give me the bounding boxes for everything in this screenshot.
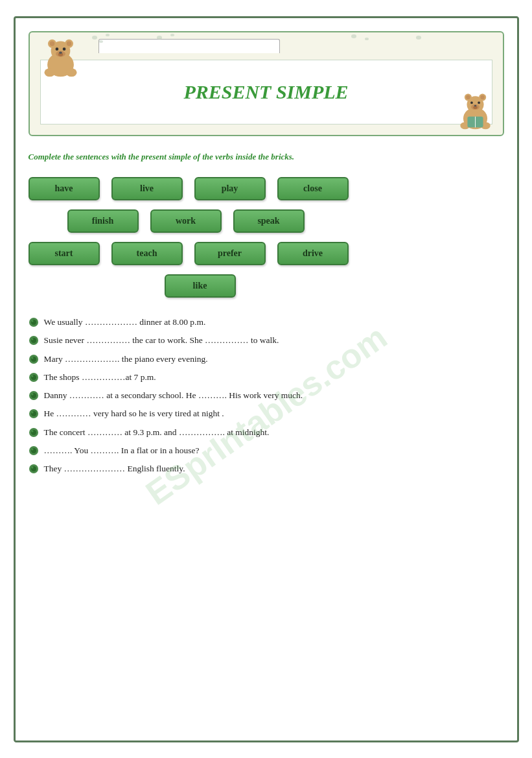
svg-point-7 <box>55 47 58 51</box>
svg-point-10 <box>59 51 62 53</box>
sentence-item-9: They ………………… English fluently. <box>29 462 504 475</box>
sentence-text-9: They ………………… English fluently. <box>44 462 504 475</box>
page: ESprIntables.com <box>14 16 519 742</box>
verb-brick-play[interactable]: play <box>194 177 266 200</box>
svg-point-50 <box>31 394 33 396</box>
svg-point-12 <box>65 68 76 77</box>
bullet-icon-7 <box>29 427 39 438</box>
svg-point-3 <box>49 41 54 45</box>
brick-row-2: finish work speak <box>29 209 504 233</box>
sentence-text-4: The shops ……………at 7 p.m. <box>44 371 504 384</box>
svg-point-18 <box>480 95 485 99</box>
sentence-item-5: Danny ………… at a secondary school. He ………… <box>29 389 504 402</box>
verb-brick-drive[interactable]: drive <box>277 242 349 265</box>
verb-brick-teach[interactable]: teach <box>111 242 183 265</box>
bear-bottom-right-decoration <box>454 89 496 132</box>
verb-brick-close[interactable]: close <box>277 177 349 200</box>
sentence-item-6: He ………… very hard so he is very tired at… <box>29 407 504 420</box>
svg-point-56 <box>31 430 33 432</box>
bricks-section: have live play close finish work speak s… <box>29 177 504 298</box>
instructions: Complete the sentences with the present … <box>29 150 504 163</box>
svg-point-16 <box>466 95 470 99</box>
bear-top-left-decoration <box>36 38 85 80</box>
svg-point-11 <box>44 68 55 77</box>
verb-brick-work[interactable]: work <box>150 209 222 233</box>
sentence-text-5: Danny ………… at a secondary school. He ………… <box>44 389 504 402</box>
svg-point-59 <box>31 448 33 450</box>
svg-point-53 <box>31 412 33 414</box>
bullet-icon-6 <box>29 409 39 419</box>
page-title: PRESENT SIMPLE <box>170 68 361 116</box>
verb-brick-start[interactable]: start <box>29 242 100 265</box>
sentence-text-1: We usually ……………… dinner at 8.00 p.m. <box>44 316 504 329</box>
svg-point-5 <box>66 41 71 45</box>
verb-brick-prefer[interactable]: prefer <box>194 242 266 265</box>
bullet-icon-2 <box>29 335 39 346</box>
svg-point-29 <box>106 34 110 36</box>
verb-brick-finish[interactable]: finish <box>67 209 139 233</box>
bullet-icon-4 <box>29 372 39 383</box>
sentence-item-7: The concert ………… at 9.3 p.m. and ……………. … <box>29 426 504 439</box>
svg-point-38 <box>31 320 33 322</box>
svg-point-62 <box>31 467 33 469</box>
bullet-icon-8 <box>29 445 39 456</box>
sentence-text-2: Susie never …………… the car to work. She …… <box>44 334 504 347</box>
svg-point-35 <box>416 36 421 40</box>
header-inner: PRESENT SIMPLE <box>40 60 492 124</box>
sentence-item-2: Susie never …………… the car to work. She …… <box>29 334 504 347</box>
brick-row-1: have live play close <box>29 177 504 200</box>
svg-point-20 <box>470 101 473 104</box>
verb-brick-have[interactable]: have <box>29 177 100 200</box>
bullet-icon-1 <box>29 317 39 327</box>
svg-point-23 <box>474 104 476 106</box>
verb-brick-speak[interactable]: speak <box>233 209 305 233</box>
sentence-text-7: The concert ………… at 9.3 p.m. and ……………. … <box>44 426 504 439</box>
bullet-icon-3 <box>29 354 39 364</box>
svg-point-28 <box>92 36 97 40</box>
sentence-item-3: Mary ………………. the piano every evening. <box>29 353 504 366</box>
svg-point-44 <box>31 357 33 359</box>
sentences-section: We usually ……………… dinner at 8.00 p.m. Su… <box>29 316 504 475</box>
brick-row-3: start teach prefer drive <box>29 242 504 265</box>
verb-brick-like[interactable]: like <box>165 274 236 298</box>
svg-point-47 <box>31 375 33 377</box>
header-tab <box>98 39 280 53</box>
verb-brick-live[interactable]: live <box>111 177 183 200</box>
bullet-icon-9 <box>29 464 39 474</box>
sentence-item-4: The shops ……………at 7 p.m. <box>29 371 504 384</box>
sentence-text-8: ………. You ………. In a flat or in a house? <box>44 444 504 457</box>
bullet-icon-5 <box>29 390 39 401</box>
header-box: PRESENT SIMPLE <box>29 31 504 136</box>
svg-point-41 <box>31 338 33 340</box>
sentence-item-8: ………. You ………. In a flat or in a house? <box>29 444 504 457</box>
sentence-text-3: Mary ………………. the piano every evening. <box>44 353 504 366</box>
svg-point-34 <box>365 38 369 40</box>
brick-row-4: like <box>29 274 504 298</box>
sentence-item-1: We usually ……………… dinner at 8.00 p.m. <box>29 316 504 329</box>
sentence-text-6: He ………… very hard so he is very tired at… <box>44 407 504 420</box>
svg-point-8 <box>62 47 65 51</box>
svg-point-33 <box>351 34 356 38</box>
svg-point-32 <box>170 34 174 36</box>
svg-point-21 <box>478 101 480 104</box>
